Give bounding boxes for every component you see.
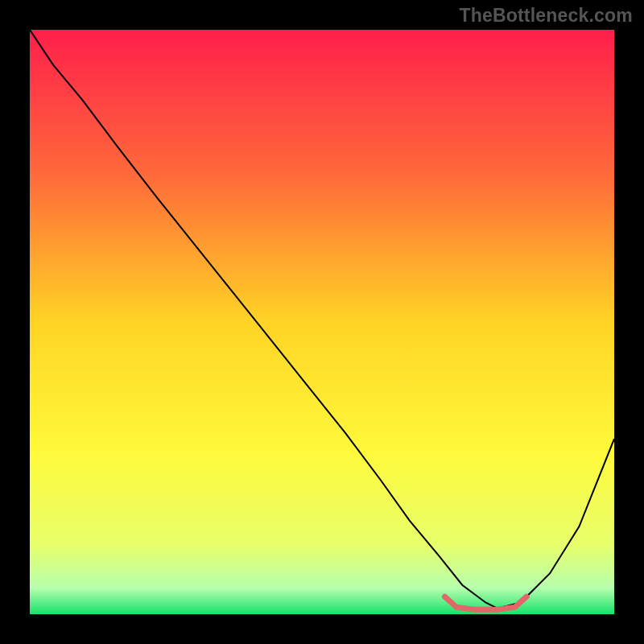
- bottleneck-chart: [0, 0, 644, 644]
- chart-stage: TheBottleneck.com: [0, 0, 644, 644]
- plot-background: [30, 30, 614, 614]
- watermark-label: TheBottleneck.com: [459, 5, 633, 27]
